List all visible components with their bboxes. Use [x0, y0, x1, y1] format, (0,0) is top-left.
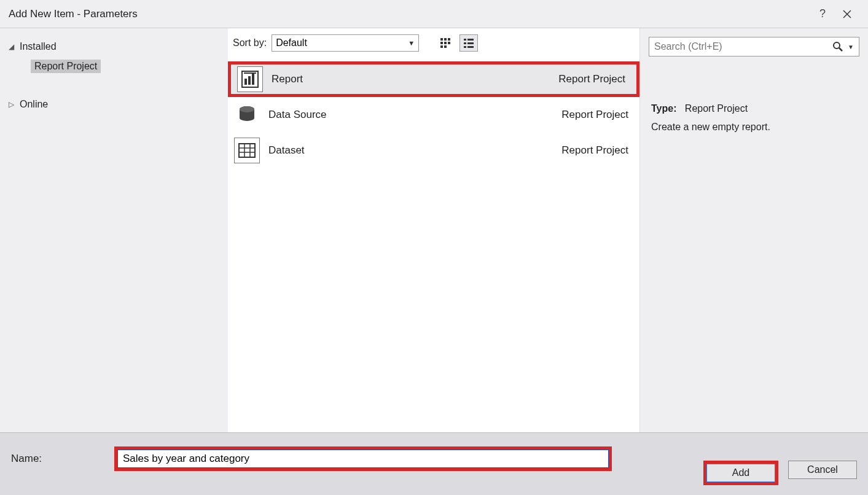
- close-button[interactable]: [835, 5, 859, 23]
- chevron-down-icon: ▼: [408, 39, 415, 47]
- sidebar-item-report-project[interactable]: Report Project: [0, 57, 228, 76]
- add-button[interactable]: Add: [706, 464, 775, 482]
- svg-rect-2: [440, 38, 443, 41]
- sidebar-item-installed[interactable]: ◢ Installed: [0, 37, 228, 57]
- svg-line-29: [839, 48, 842, 51]
- svg-rect-5: [440, 42, 443, 44]
- svg-rect-19: [252, 74, 254, 85]
- svg-rect-17: [244, 79, 247, 85]
- chevron-right-icon: ▷: [9, 100, 20, 109]
- svg-rect-15: [467, 46, 474, 48]
- template-description: Create a new empty report.: [651, 118, 857, 136]
- svg-rect-6: [444, 42, 447, 44]
- type-value: Report Project: [685, 103, 748, 114]
- view-small-icons-button[interactable]: [436, 34, 455, 52]
- template-item-dataset[interactable]: Dataset Report Project: [228, 133, 639, 168]
- template-list: Report Report Project Data Source Report…: [228, 54, 639, 432]
- cancel-button[interactable]: Cancel: [788, 461, 857, 479]
- help-button[interactable]: ?: [810, 5, 835, 23]
- svg-point-22: [240, 106, 254, 112]
- svg-rect-3: [444, 38, 447, 41]
- sidebar-item-online[interactable]: ▷ Online: [0, 95, 228, 114]
- svg-rect-11: [467, 39, 474, 41]
- svg-rect-23: [239, 144, 255, 157]
- sort-by-select[interactable]: Default ▼: [272, 34, 419, 52]
- svg-point-28: [834, 42, 840, 49]
- name-label: Name:: [11, 453, 114, 465]
- type-row: Type: Report Project: [651, 99, 857, 118]
- search-input[interactable]: [654, 41, 831, 52]
- svg-rect-13: [467, 42, 474, 44]
- dialog-footer: Name: Add Cancel: [0, 432, 868, 495]
- svg-rect-12: [464, 42, 466, 44]
- name-input[interactable]: [117, 450, 609, 468]
- database-icon: [234, 102, 260, 128]
- titlebar: Add New Item - Parameters ?: [0, 0, 868, 28]
- details-panel: ▼ Type: Report Project Create a new empt…: [639, 28, 868, 432]
- svg-rect-10: [464, 39, 466, 41]
- chevron-down-icon: ◢: [9, 42, 20, 51]
- svg-rect-4: [448, 38, 450, 41]
- dataset-icon: [234, 138, 260, 163]
- window-title: Add New Item - Parameters: [9, 8, 810, 20]
- template-item-report[interactable]: Report Report Project: [228, 61, 639, 97]
- sort-by-label: Sort by:: [233, 37, 267, 49]
- search-icon[interactable]: [831, 42, 845, 52]
- svg-rect-20: [244, 72, 256, 74]
- category-sidebar: ◢ Installed Report Project ▷ Online: [0, 28, 228, 432]
- search-box[interactable]: ▼: [649, 37, 859, 57]
- type-label: Type:: [651, 103, 676, 114]
- svg-rect-7: [448, 42, 450, 44]
- view-list-button[interactable]: [459, 34, 478, 52]
- template-item-data-source[interactable]: Data Source Report Project: [228, 97, 639, 133]
- svg-rect-9: [444, 45, 447, 48]
- template-toolbar: Sort by: Default ▼: [228, 28, 639, 54]
- svg-rect-14: [464, 46, 466, 48]
- svg-rect-18: [248, 76, 251, 85]
- report-icon: [237, 66, 263, 92]
- chevron-down-icon[interactable]: ▼: [845, 44, 854, 50]
- svg-rect-8: [440, 45, 443, 48]
